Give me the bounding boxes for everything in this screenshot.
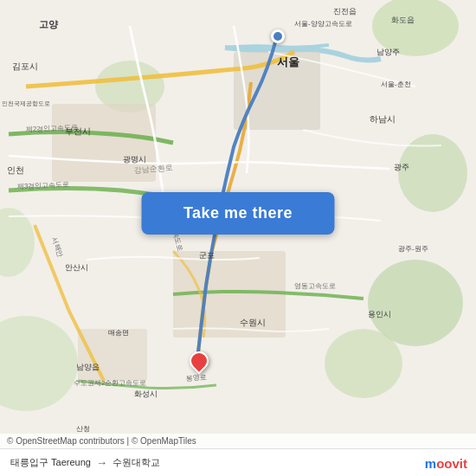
svg-text:화도읍: 화도읍 <box>391 16 415 24</box>
svg-text:진전읍: 진전읍 <box>333 7 357 16</box>
svg-text:수도권제2순환고속도로: 수도권제2순환고속도로 <box>74 379 146 387</box>
moovit-logo: moovit <box>425 456 467 471</box>
map-container: 강남순환로 제2경인고속도로 제3경인고속도로 서해안 수도권제2순환고속도로 … <box>0 0 476 476</box>
take-me-there-label: Take me there <box>183 204 293 222</box>
svg-text:서울-춘천: 서울-춘천 <box>381 80 411 88</box>
moovit-logo-m: m <box>425 456 436 471</box>
svg-text:광주-원주: 광주-원주 <box>398 245 428 253</box>
svg-text:매송면: 매송면 <box>108 329 129 337</box>
svg-text:화성시: 화성시 <box>134 389 158 398</box>
svg-text:서울: 서울 <box>277 55 299 68</box>
take-me-there-button[interactable]: Take me there <box>142 192 335 235</box>
direction-arrow: → <box>96 456 107 469</box>
svg-text:군포: 군포 <box>199 251 215 260</box>
svg-text:광명시: 광명시 <box>123 155 146 164</box>
to-label: 수원대학교 <box>113 456 160 469</box>
from-label: 태릉입구 Taereung <box>10 456 91 469</box>
svg-text:김포시: 김포시 <box>12 61 38 71</box>
svg-text:영동고속도로: 영동고속도로 <box>294 282 336 290</box>
end-marker <box>190 351 209 370</box>
bottom-bar: 태릉입구 Taereung → 수원대학교 moovit <box>0 448 476 476</box>
svg-text:고양: 고양 <box>39 19 59 29</box>
svg-text:하남시: 하남시 <box>370 114 396 124</box>
map-attribution: © OpenStreetMap contributors | © OpenMap… <box>0 434 476 448</box>
svg-text:남양주: 남양주 <box>376 48 400 56</box>
svg-text:용인시: 용인시 <box>368 310 391 318</box>
svg-text:부천시: 부천시 <box>65 126 91 136</box>
moovit-logo-text: oovit <box>436 456 467 471</box>
svg-text:광주: 광주 <box>394 163 409 171</box>
svg-text:수원시: 수원시 <box>240 318 266 327</box>
svg-text:안산시: 안산시 <box>65 263 88 272</box>
svg-text:인천국제공항도로: 인천국제공항도로 <box>2 100 50 107</box>
svg-text:산청: 산청 <box>76 425 90 433</box>
svg-rect-11 <box>78 329 147 381</box>
svg-point-3 <box>368 260 463 346</box>
svg-text:서울-양양고속도로: 서울-양양고속도로 <box>294 20 352 28</box>
svg-text:인천: 인천 <box>7 165 24 175</box>
svg-text:남양읍: 남양읍 <box>76 363 100 371</box>
start-marker <box>271 29 285 43</box>
